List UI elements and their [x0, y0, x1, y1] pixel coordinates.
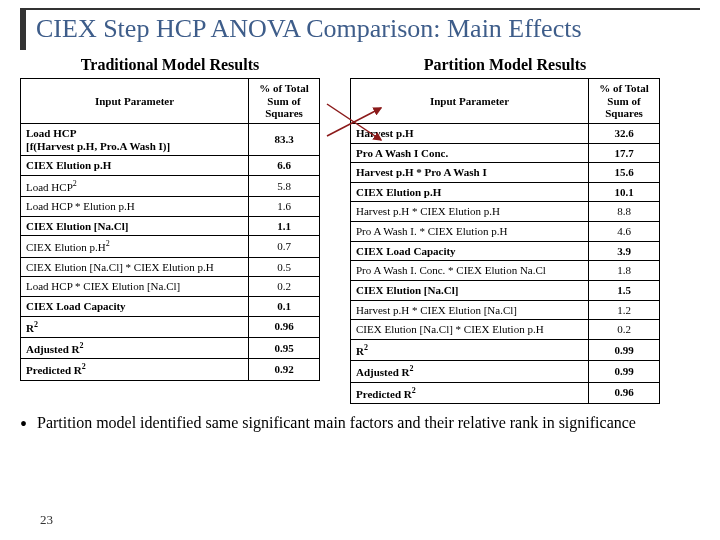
table-row: Predicted R20.92 [21, 359, 320, 380]
left-table: Input Parameter % of Total Sum of Square… [20, 78, 320, 381]
value-cell: 0.96 [589, 382, 660, 403]
right-col2-header: % of Total Sum of Squares [589, 79, 660, 124]
param-cell: CIEX Elution p.H [21, 156, 249, 176]
param-cell: Adjusted R2 [351, 361, 589, 382]
table-row: CIEX Elution [Na.Cl]1.1 [21, 216, 320, 236]
value-cell: 1.2 [589, 300, 660, 320]
table-row: R20.99 [351, 339, 660, 360]
param-cell: Load HCP2 [21, 175, 249, 196]
param-cell: CIEX Elution p.H [351, 182, 589, 202]
table-row: Load HCP * Elution p.H1.6 [21, 197, 320, 217]
value-cell: 1.6 [249, 197, 320, 217]
bullet-text: Partition model identified same signific… [37, 414, 636, 434]
left-col1-header: Input Parameter [21, 79, 249, 124]
param-cell: CIEX Elution [Na.Cl] * CIEX Elution p.H [351, 320, 589, 340]
table-row: Pro A Wash I Conc.17.7 [351, 143, 660, 163]
page-title: CIEX Step HCP ANOVA Comparison: Main Eff… [36, 14, 690, 44]
page-number: 23 [40, 512, 53, 528]
value-cell: 0.99 [589, 361, 660, 382]
value-cell: 0.7 [249, 236, 320, 257]
value-cell: 3.9 [589, 241, 660, 261]
left-heading: Traditional Model Results [81, 56, 259, 74]
param-cell: Predicted R2 [21, 359, 249, 380]
param-cell: Adjusted R2 [21, 337, 249, 358]
param-cell: Predicted R2 [351, 382, 589, 403]
table-row: CIEX Elution [Na.Cl] * CIEX Elution p.H0… [21, 257, 320, 277]
param-cell: Pro A Wash I. * CIEX Elution p.H [351, 222, 589, 242]
param-cell: CIEX Elution p.H2 [21, 236, 249, 257]
value-cell: 0.96 [249, 316, 320, 337]
value-cell: 0.2 [249, 277, 320, 297]
right-col1-header: Input Parameter [351, 79, 589, 124]
panel-row: Traditional Model Results Input Paramete… [20, 56, 700, 404]
param-cell: Load HCP[f(Harvest p.H, Pro.A Wash I)] [21, 123, 249, 155]
right-table: Input Parameter % of Total Sum of Square… [350, 78, 660, 404]
param-cell: Harvest p.H * CIEX Elution [Na.Cl] [351, 300, 589, 320]
value-cell: 1.5 [589, 281, 660, 301]
table-row: Pro A Wash I. * CIEX Elution p.H4.6 [351, 222, 660, 242]
value-cell: 1.8 [589, 261, 660, 281]
param-cell: Pro A Wash I Conc. [351, 143, 589, 163]
table-row: Adjusted R20.99 [351, 361, 660, 382]
param-cell: CIEX Elution [Na.Cl] [351, 281, 589, 301]
param-cell: CIEX Elution [Na.Cl] [21, 216, 249, 236]
param-cell: R2 [351, 339, 589, 360]
param-cell: Load HCP * Elution p.H [21, 197, 249, 217]
right-heading: Partition Model Results [424, 56, 587, 74]
table-row: Harvest p.H * CIEX Elution [Na.Cl]1.2 [351, 300, 660, 320]
value-cell: 0.92 [249, 359, 320, 380]
slide: CIEX Step HCP ANOVA Comparison: Main Eff… [0, 0, 720, 540]
value-cell: 6.6 [249, 156, 320, 176]
table-row: CIEX Load Capacity3.9 [351, 241, 660, 261]
bullet-dot-icon: • [20, 414, 27, 434]
param-cell: Pro A Wash I. Conc. * CIEX Elution Na.Cl [351, 261, 589, 281]
table-row: CIEX Elution p.H10.1 [351, 182, 660, 202]
table-row: CIEX Elution [Na.Cl]1.5 [351, 281, 660, 301]
table-row: Predicted R20.96 [351, 382, 660, 403]
param-cell: CIEX Load Capacity [351, 241, 589, 261]
value-cell: 1.1 [249, 216, 320, 236]
table-row: R20.96 [21, 316, 320, 337]
param-cell: Harvest p.H [351, 123, 589, 143]
left-panel: Traditional Model Results Input Paramete… [20, 56, 320, 381]
value-cell: 83.3 [249, 123, 320, 155]
value-cell: 10.1 [589, 182, 660, 202]
param-cell: CIEX Load Capacity [21, 297, 249, 317]
table-row: Pro A Wash I. Conc. * CIEX Elution Na.Cl… [351, 261, 660, 281]
value-cell: 0.2 [589, 320, 660, 340]
table-row: Adjusted R20.95 [21, 337, 320, 358]
table-row: Harvest p.H * Pro A Wash I15.6 [351, 163, 660, 183]
value-cell: 0.1 [249, 297, 320, 317]
title-wrap: CIEX Step HCP ANOVA Comparison: Main Eff… [20, 8, 700, 50]
value-cell: 15.6 [589, 163, 660, 183]
value-cell: 4.6 [589, 222, 660, 242]
param-cell: R2 [21, 316, 249, 337]
param-cell: Load HCP * CIEX Elution [Na.Cl] [21, 277, 249, 297]
param-cell: Harvest p.H * CIEX Elution p.H [351, 202, 589, 222]
table-row: CIEX Load Capacity0.1 [21, 297, 320, 317]
value-cell: 17.7 [589, 143, 660, 163]
value-cell: 0.99 [589, 339, 660, 360]
param-cell: Harvest p.H * Pro A Wash I [351, 163, 589, 183]
left-col2-header: % of Total Sum of Squares [249, 79, 320, 124]
param-cell: CIEX Elution [Na.Cl] * CIEX Elution p.H [21, 257, 249, 277]
table-row: Load HCP * CIEX Elution [Na.Cl]0.2 [21, 277, 320, 297]
right-panel: Partition Model Results Input Parameter … [350, 56, 660, 404]
table-row: CIEX Elution p.H20.7 [21, 236, 320, 257]
table-row: CIEX Elution [Na.Cl] * CIEX Elution p.H0… [351, 320, 660, 340]
value-cell: 0.95 [249, 337, 320, 358]
value-cell: 8.8 [589, 202, 660, 222]
value-cell: 32.6 [589, 123, 660, 143]
table-row: Load HCP25.8 [21, 175, 320, 196]
table-row: CIEX Elution p.H6.6 [21, 156, 320, 176]
table-row: Harvest p.H32.6 [351, 123, 660, 143]
value-cell: 0.5 [249, 257, 320, 277]
value-cell: 5.8 [249, 175, 320, 196]
table-row: Harvest p.H * CIEX Elution p.H8.8 [351, 202, 660, 222]
bullet-item: • Partition model identified same signif… [20, 414, 700, 434]
table-row: Load HCP[f(Harvest p.H, Pro.A Wash I)]83… [21, 123, 320, 155]
